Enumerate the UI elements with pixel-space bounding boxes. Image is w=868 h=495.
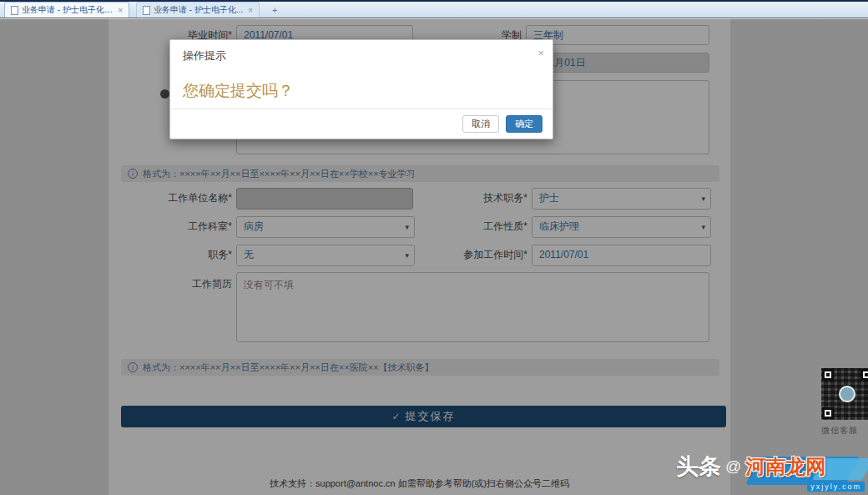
confirm-button[interactable]: 确定 (506, 115, 542, 133)
new-tab-button[interactable]: + (268, 5, 281, 15)
tab-close-icon[interactable]: × (248, 6, 253, 15)
at-icon: @ (725, 457, 741, 476)
browser-tab-bar: 业务申请 - 护士电子化注... × 业务申请 - 护士电子化... × + (0, 0, 868, 18)
dialog-message: 您确定提交吗？ (183, 80, 294, 102)
browser-tab-1[interactable]: 业务申请 - 护士电子化注... × (4, 2, 129, 18)
dialog-title: 操作提示 (183, 48, 226, 63)
qr-finder-icon (860, 369, 868, 381)
qr-block: 微信客服 (821, 368, 868, 442)
page-icon (11, 6, 18, 15)
watermark: 头条 @ 河南龙网 yxjyly.com (676, 445, 868, 492)
dialog-footer: 取消 确定 (170, 109, 553, 139)
browser-tab-2[interactable]: 业务申请 - 护士电子化... × (136, 2, 260, 18)
confirm-dialog: 操作提示 × 您确定提交吗？ 取消 确定 (169, 39, 553, 139)
qr-center-logo-icon (839, 386, 855, 402)
tab-close-icon[interactable]: × (118, 6, 123, 15)
watermark-site-url: yxjyly.com (807, 482, 865, 492)
cancel-button[interactable]: 取消 (462, 115, 499, 133)
qr-finder-icon (822, 369, 834, 381)
tab-title: 业务申请 - 护士电子化注... (22, 4, 113, 16)
page-icon (143, 6, 150, 15)
tab-title: 业务申请 - 护士电子化... (154, 4, 243, 16)
qr-caption: 微信客服 (821, 425, 868, 437)
qr-finder-icon (822, 407, 834, 419)
screen: 业务申请 - 护士电子化注... × 业务申请 - 护士电子化... × + 毕… (0, 0, 868, 495)
close-icon[interactable]: × (537, 47, 544, 59)
watermark-brand: 头条 (676, 452, 721, 482)
watermark-site-name: 河南龙网 (745, 453, 825, 480)
qr-code-image (821, 368, 868, 420)
